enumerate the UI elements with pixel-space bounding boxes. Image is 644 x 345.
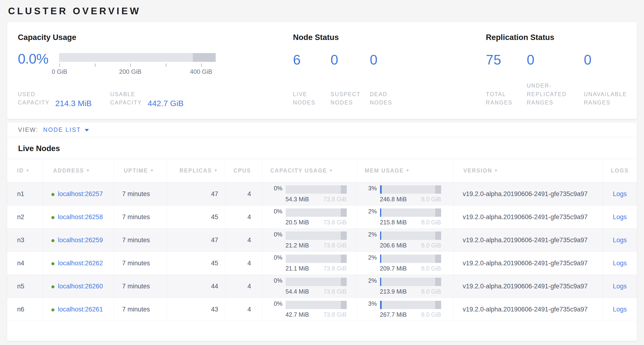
replication-stat-label: UNAVAILABLE RANGES bbox=[584, 90, 627, 107]
mem-max-value: 8.0 GiB bbox=[421, 196, 441, 203]
node-logs-cell: Logs bbox=[602, 275, 637, 298]
node-row-n4: n4localhost:262627 minutes4540%21.1 MiB7… bbox=[7, 252, 637, 275]
node-cpus-cell: 4 bbox=[226, 229, 262, 252]
node-logs-link[interactable]: Logs bbox=[613, 236, 627, 244]
node-row-n6: n6localhost:262617 minutes4340%42.7 MiB7… bbox=[7, 298, 637, 321]
capacity-usage-bar-reserved bbox=[341, 185, 346, 194]
node-logs-link[interactable]: Logs bbox=[613, 190, 627, 197]
node-uptime-cell: 7 minutes bbox=[114, 182, 167, 206]
mem-usage-bar-fill bbox=[380, 208, 381, 217]
cluster-summary-card: Capacity Usage 0.0% 0 GiB200 GiB400 GiB … bbox=[7, 22, 637, 119]
capacity-max-value: 73.8 GiB bbox=[324, 288, 346, 295]
capacity-stat-label: USED CAPACITY bbox=[18, 90, 50, 107]
node-address-link[interactable]: localhost:26259 bbox=[58, 236, 103, 244]
node-logs-link[interactable]: Logs bbox=[613, 306, 627, 313]
capacity-stat-value: 442.7 GiB bbox=[148, 99, 184, 108]
node-uptime-cell: 7 minutes bbox=[114, 252, 167, 275]
node-mem-usage-cell: 3%267.7 MiB8.0 GiB bbox=[356, 298, 453, 321]
node-id-cell: n5 bbox=[7, 275, 43, 298]
node-address-link[interactable]: localhost:26261 bbox=[58, 306, 103, 313]
capacity-axis-tick bbox=[166, 64, 166, 67]
node-version-cell: v19.2.0-alpha.20190606-2491-gfe735c9a97 bbox=[453, 182, 602, 206]
table-header-row: ID▼ADDRESS▼UPTIME▼REPLICAS▼CPUSCAPACITY … bbox=[7, 159, 637, 182]
capacity-usage-bar-reserved bbox=[341, 278, 346, 286]
view-selector-dropdown[interactable]: NODE LIST bbox=[43, 126, 89, 133]
column-header-mem-usage[interactable]: MEM USAGE▼ bbox=[356, 159, 453, 182]
column-header-cpus: CPUS bbox=[226, 159, 262, 182]
mem-usage-widget: 2%215.8 MiB8.0 GiB bbox=[357, 208, 453, 226]
node-capacity-usage-cell: 0%20.5 MiB73.8 GiB bbox=[262, 206, 356, 229]
node-logs-link[interactable]: Logs bbox=[613, 283, 627, 290]
sort-arrow-icon: ▼ bbox=[494, 168, 498, 173]
sort-arrow-icon: ▼ bbox=[86, 168, 90, 173]
column-header-version[interactable]: VERSION▼ bbox=[453, 159, 602, 182]
capacity-usage-percent: 0% bbox=[271, 185, 282, 192]
node-version-cell: v19.2.0-alpha.20190606-2491-gfe735c9a97 bbox=[453, 206, 602, 229]
node-uptime-cell: 7 minutes bbox=[114, 206, 167, 229]
node-id-cell: n2 bbox=[7, 206, 43, 229]
node-mem-usage-cell: 2%213.9 MiB8.0 GiB bbox=[356, 275, 453, 298]
capacity-stat-value: 214.3 MiB bbox=[55, 99, 92, 108]
mem-usage-bar-fill bbox=[380, 185, 382, 194]
replication-status-labels: TOTAL RANGESUNDER- REPLICATED RANGESUNAV… bbox=[486, 82, 637, 107]
node-replicas-cell: 47 bbox=[167, 229, 226, 252]
capacity-usage-bar-track bbox=[286, 301, 347, 309]
mem-usage-bar-track bbox=[380, 185, 441, 194]
mem-usage-bar-fill bbox=[380, 301, 382, 309]
mem-usage-percent: 2% bbox=[365, 254, 377, 261]
node-logs-cell: Logs bbox=[602, 229, 637, 252]
column-header-replicas[interactable]: REPLICAS▼ bbox=[167, 159, 226, 182]
live-nodes-heading: Live Nodes bbox=[7, 137, 637, 159]
capacity-usage-percent: 0% bbox=[271, 254, 282, 261]
mem-used-value: 246.8 MiB bbox=[380, 196, 407, 203]
node-logs-link[interactable]: Logs bbox=[613, 213, 627, 221]
node-status-panel: Node Status 600 LIVE NODESSUSPECT NODESD… bbox=[293, 33, 486, 107]
node-version-cell: v19.2.0-alpha.20190606-2491-gfe735c9a97 bbox=[453, 275, 602, 298]
node-mem-usage-cell: 2%215.8 MiB8.0 GiB bbox=[356, 206, 453, 229]
capacity-usage-bar-track bbox=[286, 185, 347, 194]
column-header-address[interactable]: ADDRESS▼ bbox=[43, 159, 114, 182]
capacity-usage-bar-track bbox=[286, 278, 347, 286]
mem-usage-bar-track bbox=[380, 231, 441, 240]
column-header-id[interactable]: ID▼ bbox=[7, 159, 43, 182]
capacity-used-value: 54.4 MiB bbox=[286, 288, 309, 295]
mem-usage-percent: 3% bbox=[365, 300, 377, 307]
mem-usage-bar-reserved bbox=[435, 255, 441, 263]
mem-usage-bar-reserved bbox=[435, 185, 441, 194]
node-mem-usage-cell: 2%209.7 MiB8.0 GiB bbox=[356, 252, 453, 275]
column-header-capacity-usage[interactable]: CAPACITY USAGE▼ bbox=[262, 159, 356, 182]
capacity-usage-bar-track bbox=[286, 208, 347, 217]
node-id-cell: n6 bbox=[7, 298, 43, 321]
node-live-status-icon bbox=[51, 193, 54, 196]
column-header-uptime[interactable]: UPTIME▼ bbox=[114, 159, 167, 182]
node-status-values: 600 bbox=[293, 52, 486, 68]
mem-usage-bar-fill bbox=[380, 255, 381, 263]
node-status-stat-value: 0 bbox=[330, 52, 370, 68]
capacity-usage-bar-track bbox=[286, 231, 347, 240]
node-logs-cell: Logs bbox=[602, 182, 637, 206]
node-address-link[interactable]: localhost:26258 bbox=[58, 213, 103, 221]
node-replicas-cell: 45 bbox=[167, 252, 226, 275]
mem-usage-widget: 2%209.7 MiB8.0 GiB bbox=[357, 255, 453, 272]
node-uptime-cell: 7 minutes bbox=[114, 298, 167, 321]
node-address-cell: localhost:26262 bbox=[43, 252, 114, 275]
capacity-usage-widget: 0%20.5 MiB73.8 GiB bbox=[262, 208, 356, 226]
node-address-link[interactable]: localhost:26262 bbox=[58, 260, 103, 267]
node-logs-link[interactable]: Logs bbox=[613, 260, 627, 267]
capacity-usage-panel: Capacity Usage 0.0% 0 GiB200 GiB400 GiB … bbox=[18, 33, 293, 107]
capacity-axis-tick-label: 400 GiB bbox=[190, 68, 212, 75]
mem-used-value: 213.9 MiB bbox=[380, 288, 407, 295]
replication-status-panel: Replication Status 7500 TOTAL RANGESUNDE… bbox=[486, 33, 637, 107]
capacity-axis-labels: 0 GiB200 GiB400 GiB bbox=[59, 68, 216, 75]
sort-arrow-icon: ▼ bbox=[329, 168, 333, 173]
node-address-cell: localhost:26258 bbox=[43, 206, 114, 229]
node-capacity-usage-cell: 0%54.3 MiB73.8 GiB bbox=[262, 182, 356, 206]
node-id-cell: n4 bbox=[7, 252, 43, 275]
node-status-stat-value: 6 bbox=[293, 52, 330, 68]
node-address-link[interactable]: localhost:26260 bbox=[58, 283, 103, 290]
node-logs-cell: Logs bbox=[602, 206, 637, 229]
capacity-usage-percent: 0% bbox=[271, 231, 282, 238]
capacity-usage-title: Capacity Usage bbox=[18, 33, 293, 42]
node-address-link[interactable]: localhost:26257 bbox=[58, 190, 103, 197]
node-logs-cell: Logs bbox=[602, 252, 637, 275]
